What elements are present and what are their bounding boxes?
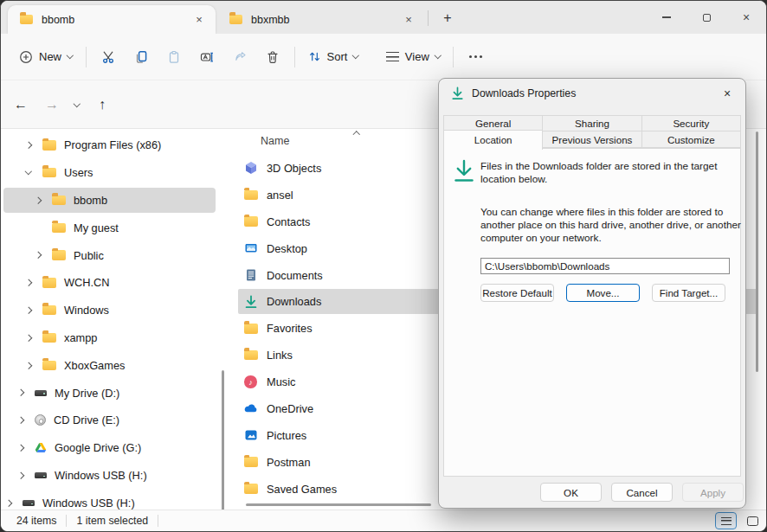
tab-close-icon[interactable]: × bbox=[399, 10, 418, 29]
folder-icon bbox=[243, 188, 258, 202]
sort-button[interactable]: Sort bbox=[300, 42, 366, 72]
chevron-spacer bbox=[32, 221, 44, 234]
folder-icon bbox=[52, 223, 66, 234]
document-icon bbox=[243, 268, 258, 283]
sidebar-item-label: My guest bbox=[74, 221, 119, 234]
delete-button[interactable] bbox=[256, 42, 289, 72]
dialog-close-button[interactable]: × bbox=[714, 82, 740, 105]
find-target-button[interactable]: Find Target... bbox=[652, 284, 725, 302]
folder-icon bbox=[42, 361, 56, 371]
ellipsis-icon bbox=[474, 55, 477, 58]
expand-chevron[interactable] bbox=[15, 387, 27, 399]
scissors-icon bbox=[101, 50, 115, 64]
apply-button[interactable]: Apply bbox=[682, 483, 744, 502]
sidebar-scrollbar[interactable] bbox=[222, 370, 224, 510]
status-divider bbox=[66, 515, 67, 527]
share-button[interactable] bbox=[223, 42, 256, 72]
move-button[interactable]: Move... bbox=[566, 284, 640, 302]
expand-chevron[interactable] bbox=[23, 331, 35, 343]
tab-customize[interactable]: Customize bbox=[641, 131, 741, 148]
view-label: View bbox=[405, 50, 429, 63]
expand-chevron[interactable] bbox=[15, 442, 27, 454]
forward-button[interactable]: → bbox=[39, 92, 65, 118]
file-item-label: Postman bbox=[267, 456, 311, 469]
google-drive-icon bbox=[35, 442, 47, 453]
tab-sharing[interactable]: Sharing bbox=[542, 115, 641, 131]
sidebar-item-bbomb[interactable]: bbomb bbox=[1, 187, 233, 215]
filelist-scrollbar-horizontal[interactable] bbox=[246, 503, 431, 506]
sidebar-item-label: XboxGames bbox=[64, 359, 125, 372]
tab-bbxmbb[interactable]: bbxmbb × bbox=[217, 5, 425, 34]
new-button[interactable]: New bbox=[11, 42, 81, 72]
expand-chevron[interactable] bbox=[23, 359, 35, 371]
dialog-footer: OK Cancel Apply bbox=[439, 477, 745, 508]
rename-icon bbox=[200, 50, 214, 64]
cut-button[interactable] bbox=[92, 42, 125, 72]
sidebar-item-label: Windows bbox=[64, 304, 109, 317]
ok-button[interactable]: OK bbox=[540, 483, 602, 502]
expand-chevron[interactable] bbox=[3, 497, 15, 509]
cancel-button[interactable]: Cancel bbox=[611, 483, 673, 502]
sidebar-item-my-guest[interactable]: My guest bbox=[1, 214, 233, 241]
chevron-down-icon bbox=[435, 52, 442, 59]
tab-bbomb[interactable]: bbomb × bbox=[8, 5, 216, 34]
sort-ascending-icon bbox=[353, 131, 360, 138]
file-item-label: Desktop bbox=[267, 242, 307, 255]
sidebar-item-wch-cn[interactable]: WCH.CN bbox=[1, 269, 233, 297]
collapse-chevron[interactable] bbox=[23, 167, 35, 179]
more-options-button[interactable] bbox=[459, 42, 492, 72]
tab-security[interactable]: Security bbox=[641, 115, 741, 131]
sidebar-item-windows-usb-h[interactable]: Windows USB (H:) bbox=[1, 462, 233, 490]
expand-chevron[interactable] bbox=[32, 249, 44, 261]
details-view-toggle[interactable] bbox=[715, 512, 737, 529]
expand-chevron[interactable] bbox=[32, 194, 44, 206]
chevron-down-icon bbox=[67, 52, 74, 59]
sort-arrows-icon bbox=[308, 50, 321, 63]
new-tab-button[interactable]: + bbox=[435, 8, 460, 29]
expand-chevron[interactable] bbox=[15, 414, 27, 426]
expand-chevron[interactable] bbox=[15, 469, 27, 481]
expand-chevron[interactable] bbox=[23, 139, 35, 151]
item-count-label: 24 items bbox=[16, 515, 56, 527]
recent-locations-button[interactable] bbox=[67, 92, 87, 118]
sidebar-item-my-drive-d[interactable]: My Drive (D:) bbox=[1, 379, 233, 407]
column-header-name[interactable]: Name bbox=[261, 135, 289, 147]
hard-drive-icon bbox=[35, 390, 47, 396]
minimize-button[interactable] bbox=[647, 1, 686, 34]
folder-icon bbox=[42, 140, 56, 151]
sidebar-item-label: xampp bbox=[64, 331, 97, 344]
file-item-label: Documents bbox=[267, 269, 323, 282]
trash-icon bbox=[266, 50, 280, 64]
up-button[interactable]: ↑ bbox=[89, 92, 115, 118]
expand-chevron[interactable] bbox=[23, 277, 35, 289]
filelist-scrollbar-vertical[interactable] bbox=[756, 131, 758, 372]
tab-location[interactable]: Location bbox=[443, 130, 543, 150]
tab-close-icon[interactable]: × bbox=[190, 10, 209, 29]
sidebar-item-program-files-x86[interactable]: Program Files (x86) bbox=[1, 131, 233, 159]
sidebar-item-windows[interactable]: Windows bbox=[1, 297, 233, 324]
sidebar-item-xboxgames[interactable]: XboxGames bbox=[1, 351, 233, 379]
sidebar-item-public[interactable]: Public bbox=[1, 241, 233, 269]
maximize-button[interactable] bbox=[686, 1, 726, 34]
sidebar-item-users[interactable]: Users bbox=[1, 159, 233, 187]
back-button[interactable]: ← bbox=[8, 92, 34, 118]
sidebar-item-google-drive-g[interactable]: Google Drive (G:) bbox=[1, 434, 233, 462]
downloads-properties-dialog: Downloads Properties × General Sharing S… bbox=[438, 78, 746, 509]
rename-button[interactable] bbox=[190, 42, 223, 72]
sidebar-item-cd-drive-e[interactable]: CD Drive (E:) bbox=[1, 407, 233, 434]
folder-icon bbox=[42, 278, 56, 288]
tab-label: bbxmbb bbox=[251, 14, 399, 26]
close-button[interactable]: × bbox=[726, 1, 766, 34]
toolbar-divider bbox=[86, 47, 87, 67]
expand-chevron[interactable] bbox=[23, 304, 35, 317]
sidebar-item-xampp[interactable]: xampp bbox=[1, 324, 233, 352]
view-button[interactable]: View bbox=[378, 42, 448, 72]
copy-button[interactable] bbox=[125, 42, 158, 72]
tab-previous-versions[interactable]: Previous Versions bbox=[542, 131, 641, 148]
path-input[interactable] bbox=[480, 258, 730, 274]
restore-default-button[interactable]: Restore Default bbox=[480, 284, 554, 302]
thumbnail-view-toggle[interactable] bbox=[744, 512, 761, 529]
location-description-text: You can change where files in this folde… bbox=[480, 206, 745, 245]
paste-button[interactable] bbox=[158, 42, 190, 72]
sidebar-item-windows-usb-h-2[interactable]: Windows USB (H:) bbox=[1, 489, 233, 510]
